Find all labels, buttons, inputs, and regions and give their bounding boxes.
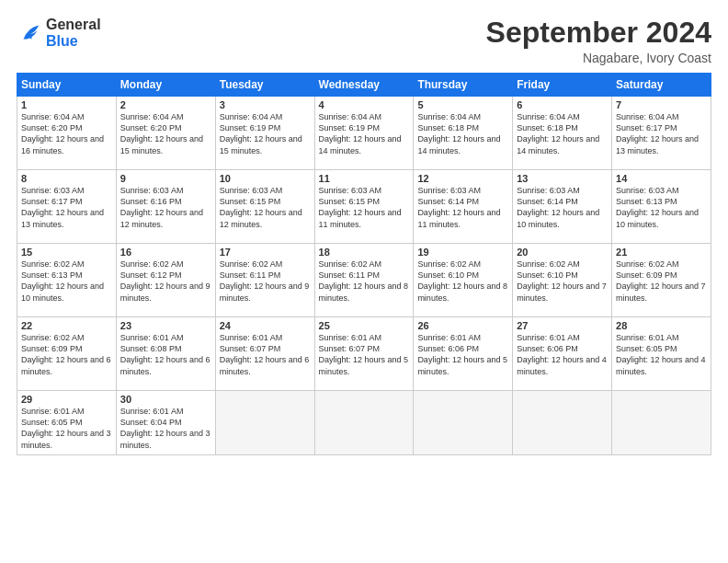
day-cell-5: 5Sunrise: 6:04 AMSunset: 6:18 PMDaylight…: [414, 97, 513, 170]
empty-cell: [314, 391, 414, 455]
day-cell-19: 19Sunrise: 6:02 AMSunset: 6:10 PMDayligh…: [414, 244, 513, 317]
month-title: September 2024: [486, 17, 711, 49]
header-wednesday: Wednesday: [314, 74, 414, 97]
day-number: 3: [220, 99, 311, 110]
day-info: Sunrise: 6:01 AMSunset: 6:05 PMDaylight:…: [21, 406, 112, 451]
day-info: Sunrise: 6:04 AMSunset: 6:18 PMDaylight:…: [517, 111, 608, 156]
day-info: Sunrise: 6:01 AMSunset: 6:04 PMDaylight:…: [120, 406, 211, 451]
day-cell-27: 27Sunrise: 6:01 AMSunset: 6:06 PMDayligh…: [513, 317, 612, 391]
day-number: 26: [417, 320, 508, 331]
day-info: Sunrise: 6:03 AMSunset: 6:15 PMDaylight:…: [220, 185, 311, 230]
day-cell-16: 16Sunrise: 6:02 AMSunset: 6:12 PMDayligh…: [116, 244, 215, 317]
day-number: 11: [319, 173, 410, 184]
day-info: Sunrise: 6:03 AMSunset: 6:17 PMDaylight:…: [21, 185, 112, 230]
day-info: Sunrise: 6:03 AMSunset: 6:14 PMDaylight:…: [517, 185, 608, 230]
day-number: 7: [616, 99, 707, 110]
day-info: Sunrise: 6:01 AMSunset: 6:07 PMDaylight:…: [220, 332, 311, 377]
day-info: Sunrise: 6:04 AMSunset: 6:19 PMDaylight:…: [220, 111, 311, 156]
day-info: Sunrise: 6:01 AMSunset: 6:06 PMDaylight:…: [417, 332, 508, 377]
day-cell-24: 24Sunrise: 6:01 AMSunset: 6:07 PMDayligh…: [215, 317, 314, 391]
logo-text: General Blue: [46, 17, 101, 49]
empty-cell: [414, 391, 513, 455]
day-info: Sunrise: 6:01 AMSunset: 6:08 PMDaylight:…: [120, 332, 211, 377]
day-cell-23: 23Sunrise: 6:01 AMSunset: 6:08 PMDayligh…: [116, 317, 215, 391]
day-info: Sunrise: 6:04 AMSunset: 6:20 PMDaylight:…: [120, 111, 211, 156]
day-cell-2: 2Sunrise: 6:04 AMSunset: 6:20 PMDaylight…: [116, 97, 215, 170]
day-number: 12: [417, 173, 508, 184]
day-cell-7: 7Sunrise: 6:04 AMSunset: 6:17 PMDaylight…: [612, 97, 711, 170]
day-info: Sunrise: 6:02 AMSunset: 6:10 PMDaylight:…: [517, 259, 608, 304]
day-number: 29: [21, 394, 112, 405]
day-info: Sunrise: 6:02 AMSunset: 6:09 PMDaylight:…: [21, 332, 112, 377]
logo: General Blue: [17, 17, 101, 49]
header-tuesday: Tuesday: [215, 74, 314, 97]
day-info: Sunrise: 6:04 AMSunset: 6:17 PMDaylight:…: [616, 111, 707, 156]
empty-cell: [215, 391, 314, 455]
day-number: 10: [220, 173, 311, 184]
day-info: Sunrise: 6:02 AMSunset: 6:09 PMDaylight:…: [616, 259, 707, 304]
day-cell-22: 22Sunrise: 6:02 AMSunset: 6:09 PMDayligh…: [17, 317, 117, 391]
day-info: Sunrise: 6:01 AMSunset: 6:06 PMDaylight:…: [517, 332, 608, 377]
header-sunday: Sunday: [17, 74, 117, 97]
day-number: 21: [616, 247, 707, 258]
calendar: Sunday Monday Tuesday Wednesday Thursday…: [17, 73, 711, 455]
day-info: Sunrise: 6:03 AMSunset: 6:14 PMDaylight:…: [417, 185, 508, 230]
day-number: 16: [120, 247, 211, 258]
day-cell-18: 18Sunrise: 6:02 AMSunset: 6:11 PMDayligh…: [314, 244, 414, 317]
day-number: 6: [517, 99, 608, 110]
header-saturday: Saturday: [612, 74, 711, 97]
day-number: 17: [220, 247, 311, 258]
day-cell-15: 15Sunrise: 6:02 AMSunset: 6:13 PMDayligh…: [17, 244, 117, 317]
day-cell-20: 20Sunrise: 6:02 AMSunset: 6:10 PMDayligh…: [513, 244, 612, 317]
day-number: 18: [319, 247, 410, 258]
day-number: 30: [120, 394, 211, 405]
day-number: 24: [220, 320, 311, 331]
day-cell-29: 29Sunrise: 6:01 AMSunset: 6:05 PMDayligh…: [17, 391, 117, 455]
day-info: Sunrise: 6:02 AMSunset: 6:11 PMDaylight:…: [220, 259, 311, 304]
day-info: Sunrise: 6:04 AMSunset: 6:20 PMDaylight:…: [21, 111, 112, 156]
empty-cell: [513, 391, 612, 455]
day-cell-12: 12Sunrise: 6:03 AMSunset: 6:14 PMDayligh…: [414, 170, 513, 244]
day-cell-8: 8Sunrise: 6:03 AMSunset: 6:17 PMDaylight…: [17, 170, 117, 244]
header-monday: Monday: [116, 74, 215, 97]
day-cell-1: 1Sunrise: 6:04 AMSunset: 6:20 PMDaylight…: [17, 97, 117, 170]
day-number: 22: [21, 320, 112, 331]
day-cell-30: 30Sunrise: 6:01 AMSunset: 6:04 PMDayligh…: [116, 391, 215, 455]
day-cell-4: 4Sunrise: 6:04 AMSunset: 6:19 PMDaylight…: [314, 97, 414, 170]
weekday-header-row: Sunday Monday Tuesday Wednesday Thursday…: [17, 74, 711, 97]
day-cell-14: 14Sunrise: 6:03 AMSunset: 6:13 PMDayligh…: [612, 170, 711, 244]
day-info: Sunrise: 6:02 AMSunset: 6:10 PMDaylight:…: [417, 259, 508, 304]
day-number: 4: [319, 99, 410, 110]
day-info: Sunrise: 6:02 AMSunset: 6:13 PMDaylight:…: [21, 259, 112, 304]
day-cell-6: 6Sunrise: 6:04 AMSunset: 6:18 PMDaylight…: [513, 97, 612, 170]
day-number: 20: [517, 247, 608, 258]
day-cell-25: 25Sunrise: 6:01 AMSunset: 6:07 PMDayligh…: [314, 317, 414, 391]
day-info: Sunrise: 6:02 AMSunset: 6:12 PMDaylight:…: [120, 259, 211, 304]
header-friday: Friday: [513, 74, 612, 97]
day-cell-13: 13Sunrise: 6:03 AMSunset: 6:14 PMDayligh…: [513, 170, 612, 244]
day-number: 9: [120, 173, 211, 184]
day-cell-28: 28Sunrise: 6:01 AMSunset: 6:05 PMDayligh…: [612, 317, 711, 391]
day-number: 19: [417, 247, 508, 258]
day-info: Sunrise: 6:01 AMSunset: 6:05 PMDaylight:…: [616, 332, 707, 377]
day-info: Sunrise: 6:01 AMSunset: 6:07 PMDaylight:…: [319, 332, 410, 377]
day-number: 2: [120, 99, 211, 110]
header: General Blue September 2024 Nagabare, Iv…: [17, 17, 711, 65]
day-number: 25: [319, 320, 410, 331]
day-cell-3: 3Sunrise: 6:04 AMSunset: 6:19 PMDaylight…: [215, 97, 314, 170]
day-cell-21: 21Sunrise: 6:02 AMSunset: 6:09 PMDayligh…: [612, 244, 711, 317]
day-number: 1: [21, 99, 112, 110]
title-block: September 2024 Nagabare, Ivory Coast: [486, 17, 711, 65]
day-info: Sunrise: 6:03 AMSunset: 6:13 PMDaylight:…: [616, 185, 707, 230]
empty-cell: [612, 391, 711, 455]
day-info: Sunrise: 6:03 AMSunset: 6:16 PMDaylight:…: [120, 185, 211, 230]
day-info: Sunrise: 6:04 AMSunset: 6:19 PMDaylight:…: [319, 111, 410, 156]
day-cell-11: 11Sunrise: 6:03 AMSunset: 6:15 PMDayligh…: [314, 170, 414, 244]
location: Nagabare, Ivory Coast: [486, 51, 711, 65]
day-number: 27: [517, 320, 608, 331]
day-number: 5: [417, 99, 508, 110]
logo-icon: [17, 20, 42, 46]
day-number: 15: [21, 247, 112, 258]
day-number: 14: [616, 173, 707, 184]
day-cell-9: 9Sunrise: 6:03 AMSunset: 6:16 PMDaylight…: [116, 170, 215, 244]
